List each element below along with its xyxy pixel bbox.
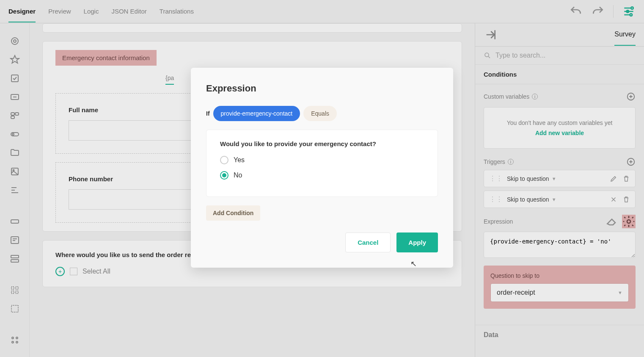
radio-icon [220,156,228,164]
radio-label: Yes [234,156,245,164]
radio-option-yes[interactable]: Yes [220,156,424,164]
radio-option-no[interactable]: No [220,171,424,180]
modal-title: Expression [206,83,438,94]
radio-question: Would you like to provide your emergency… [220,140,424,147]
question-chip[interactable]: provide-emergency-contact [213,106,300,121]
modal-overlay: Expression If provide-emergency-contact … [0,0,644,357]
condition-row: If provide-emergency-contact Equals [206,106,438,121]
add-condition-button[interactable]: Add Condition [206,205,260,221]
if-label: If [206,110,210,117]
apply-button[interactable]: Apply [396,232,438,252]
operator-chip[interactable]: Equals [303,106,337,121]
value-selector: Would you like to provide your emergency… [206,130,438,197]
expression-modal: Expression If provide-emergency-contact … [191,68,453,268]
radio-icon [220,171,228,180]
radio-label: No [234,172,242,179]
cancel-button[interactable]: Cancel [345,232,391,252]
